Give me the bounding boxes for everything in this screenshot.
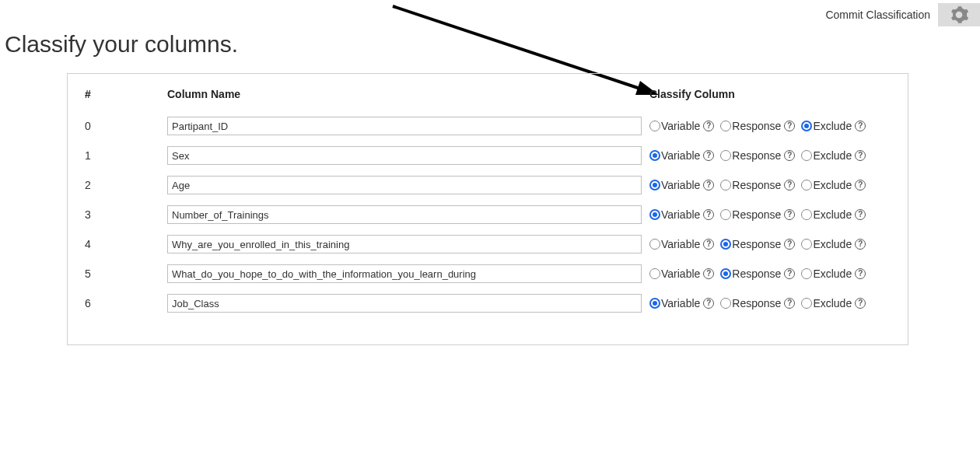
column-name-input[interactable] — [167, 205, 642, 224]
radio-option-variable: Variable? — [649, 179, 719, 191]
column-name-input[interactable] — [167, 294, 642, 313]
row-classify-cell: Variable?Response?Exclude? — [649, 149, 891, 162]
column-name-input[interactable] — [167, 176, 642, 194]
column-name-input[interactable] — [167, 117, 642, 135]
row-name-cell — [167, 264, 649, 283]
help-icon[interactable]: ? — [784, 121, 795, 131]
radio-response[interactable] — [720, 209, 731, 220]
help-icon[interactable]: ? — [703, 150, 714, 161]
help-icon[interactable]: ? — [703, 268, 714, 279]
row-classify-cell: Variable?Response?Exclude? — [649, 120, 891, 132]
column-name-input[interactable] — [167, 235, 642, 253]
radio-exclude[interactable] — [801, 268, 812, 279]
radio-variable[interactable] — [649, 239, 660, 250]
radio-option-exclude: Exclude? — [801, 179, 870, 191]
radio-response[interactable] — [720, 150, 731, 161]
column-name-input[interactable] — [167, 264, 642, 283]
help-icon[interactable]: ? — [784, 150, 795, 161]
radio-variable[interactable] — [649, 268, 660, 279]
help-icon[interactable]: ? — [784, 239, 795, 250]
radio-response[interactable] — [720, 180, 731, 191]
radio-option-variable: Variable? — [649, 208, 719, 221]
help-icon[interactable]: ? — [703, 121, 714, 131]
radio-option-response: Response? — [720, 267, 800, 280]
radio-label-variable: Variable — [661, 149, 700, 162]
row-name-cell — [167, 235, 649, 253]
radio-variable[interactable] — [649, 150, 660, 161]
help-icon[interactable]: ? — [855, 239, 866, 250]
radio-exclude[interactable] — [801, 121, 812, 131]
radio-exclude[interactable] — [801, 239, 812, 250]
column-name-input[interactable] — [167, 146, 642, 165]
radio-label-response: Response — [732, 208, 781, 221]
help-icon[interactable]: ? — [855, 209, 866, 220]
classify-radio-group: Variable?Response?Exclude? — [649, 120, 891, 132]
radio-variable[interactable] — [649, 180, 660, 191]
help-icon[interactable]: ? — [703, 298, 714, 309]
help-icon[interactable]: ? — [784, 268, 795, 279]
row-classify-cell: Variable?Response?Exclude? — [649, 238, 891, 250]
radio-exclude[interactable] — [801, 180, 812, 191]
radio-option-variable: Variable? — [649, 238, 719, 250]
radio-option-response: Response? — [720, 297, 800, 309]
classify-radio-group: Variable?Response?Exclude? — [649, 179, 891, 191]
radio-exclude[interactable] — [801, 209, 812, 220]
radio-response[interactable] — [720, 298, 731, 309]
radio-label-variable: Variable — [661, 267, 700, 280]
radio-variable[interactable] — [649, 209, 660, 220]
radio-variable[interactable] — [649, 298, 660, 309]
table-row: 4Variable?Response?Exclude? — [85, 229, 891, 259]
radio-option-response: Response? — [720, 179, 800, 191]
radio-option-exclude: Exclude? — [801, 208, 870, 221]
row-index: 5 — [85, 267, 167, 280]
header-index: # — [85, 88, 167, 100]
row-name-cell — [167, 146, 649, 165]
radio-response[interactable] — [720, 121, 731, 131]
classify-radio-group: Variable?Response?Exclude? — [649, 297, 891, 309]
table-row: 3Variable?Response?Exclude? — [85, 200, 891, 229]
radio-label-response: Response — [732, 297, 781, 309]
radio-label-exclude: Exclude — [813, 238, 852, 250]
help-icon[interactable]: ? — [784, 180, 795, 191]
radio-label-exclude: Exclude — [813, 208, 852, 221]
help-icon[interactable]: ? — [855, 180, 866, 191]
help-icon[interactable]: ? — [855, 268, 866, 279]
help-icon[interactable]: ? — [855, 150, 866, 161]
table-row: 1Variable?Response?Exclude? — [85, 141, 891, 170]
help-icon[interactable]: ? — [784, 298, 795, 309]
help-icon[interactable]: ? — [703, 209, 714, 220]
row-index: 3 — [85, 208, 167, 221]
row-name-cell — [167, 205, 649, 224]
radio-response[interactable] — [720, 239, 731, 250]
radio-option-response: Response? — [720, 149, 800, 162]
radio-exclude[interactable] — [801, 150, 812, 161]
radio-variable[interactable] — [649, 121, 660, 131]
settings-button[interactable] — [938, 3, 980, 26]
table-row: 5Variable?Response?Exclude? — [85, 259, 891, 288]
radio-option-response: Response? — [720, 208, 800, 221]
radio-option-exclude: Exclude? — [801, 267, 870, 280]
radio-option-variable: Variable? — [649, 267, 719, 280]
classify-radio-group: Variable?Response?Exclude? — [649, 208, 891, 221]
radio-option-exclude: Exclude? — [801, 238, 870, 250]
radio-response[interactable] — [720, 268, 731, 279]
commit-classification-link[interactable]: Commit Classification — [825, 9, 930, 21]
help-icon[interactable]: ? — [784, 209, 795, 220]
row-index: 0 — [85, 120, 167, 132]
table-row: 0Variable?Response?Exclude? — [85, 111, 891, 141]
row-classify-cell: Variable?Response?Exclude? — [649, 179, 891, 191]
row-index: 6 — [85, 297, 167, 309]
row-name-cell — [167, 117, 649, 135]
help-icon[interactable]: ? — [855, 121, 866, 131]
radio-label-response: Response — [732, 120, 781, 132]
help-icon[interactable]: ? — [855, 298, 866, 309]
row-name-cell — [167, 176, 649, 194]
help-icon[interactable]: ? — [703, 180, 714, 191]
help-icon[interactable]: ? — [703, 239, 714, 250]
classification-panel: # Column Name Classify Column 0Variable?… — [67, 73, 908, 345]
table-header: # Column Name Classify Column — [85, 88, 891, 111]
radio-label-response: Response — [732, 238, 781, 250]
radio-exclude[interactable] — [801, 298, 812, 309]
row-classify-cell: Variable?Response?Exclude? — [649, 297, 891, 309]
row-classify-cell: Variable?Response?Exclude? — [649, 267, 891, 280]
